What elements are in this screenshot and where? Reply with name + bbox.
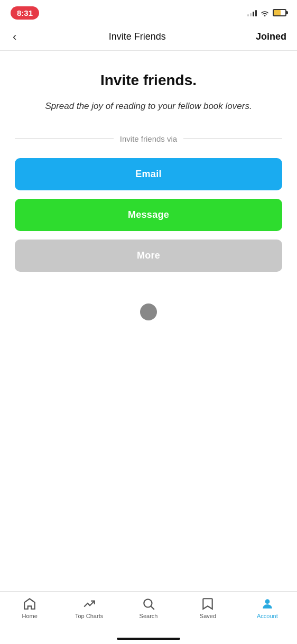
tab-saved[interactable]: Saved (178, 597, 237, 619)
main-content: Invite friends. Spread the joy of readin… (0, 51, 297, 320)
search-icon (142, 597, 155, 611)
back-button[interactable]: ‹ (11, 28, 18, 46)
sub-text: Spread the joy of reading to your fellow… (15, 99, 282, 113)
divider-right (183, 139, 282, 139)
main-heading: Invite friends. (15, 72, 282, 89)
tab-search[interactable]: Search (119, 597, 178, 619)
home-icon (23, 597, 36, 611)
scroll-indicator (15, 303, 282, 320)
joined-button[interactable]: Joined (256, 31, 286, 42)
nav-header: ‹ Invite Friends Joined (0, 23, 297, 51)
tab-home[interactable]: Home (0, 597, 59, 619)
svg-point-2 (265, 599, 270, 604)
battery-icon (273, 9, 286, 16)
tab-top-charts[interactable]: Top Charts (59, 597, 118, 619)
scroll-dot (140, 303, 157, 320)
home-indicator (117, 638, 180, 640)
trending-icon (82, 597, 96, 611)
bookmark-icon (201, 597, 215, 611)
signal-icon (247, 9, 257, 16)
tab-home-label: Home (22, 613, 38, 619)
svg-line-1 (151, 606, 154, 610)
battery-level (274, 10, 281, 15)
wifi-icon (260, 9, 270, 16)
status-time: 8:31 (11, 6, 39, 20)
svg-point-0 (144, 599, 152, 607)
more-button[interactable]: More (15, 240, 282, 272)
message-button[interactable]: Message (15, 199, 282, 231)
tab-top-charts-label: Top Charts (75, 613, 103, 619)
person-icon (261, 597, 274, 611)
tab-account-label: Account (257, 613, 278, 619)
divider-label: Invite friends via (120, 134, 177, 143)
tab-saved-label: Saved (200, 613, 216, 619)
email-button[interactable]: Email (15, 158, 282, 190)
tab-account[interactable]: Account (238, 597, 297, 619)
status-bar: 8:31 (0, 0, 297, 23)
divider-row: Invite friends via (15, 134, 282, 143)
divider-left (15, 139, 114, 139)
invite-buttons: Email Message More (15, 158, 282, 272)
page-title: Invite Friends (109, 31, 166, 42)
tab-search-label: Search (140, 613, 158, 619)
status-icons (247, 9, 286, 16)
tab-bar: Home Top Charts Search Saved Account (0, 591, 297, 644)
